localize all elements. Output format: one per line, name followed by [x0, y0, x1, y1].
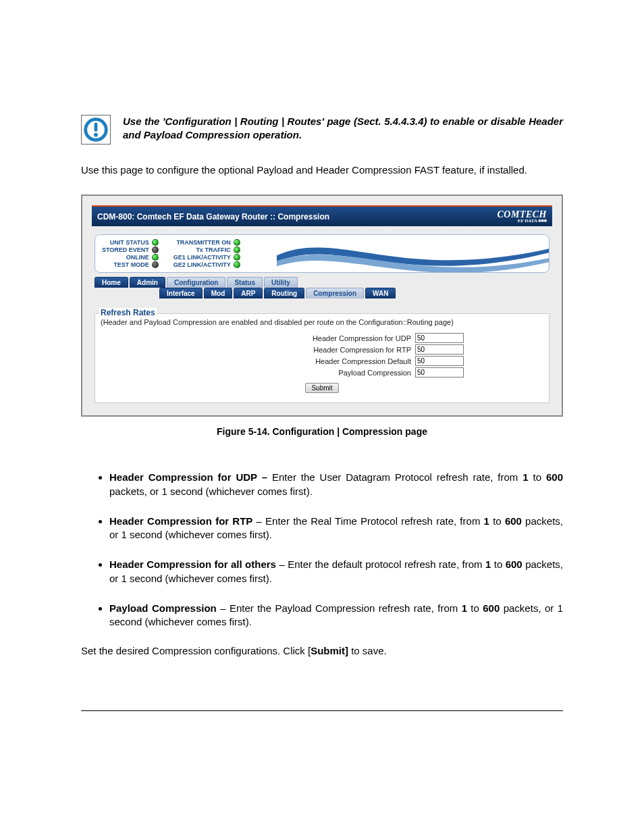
status-indicator: ONLINE — [102, 254, 159, 261]
status-led-icon — [234, 239, 240, 246]
status-indicator: STORED EVENT — [102, 246, 159, 253]
refresh-rate-input[interactable] — [415, 344, 464, 355]
status-indicator: TRANSMITTER ON — [173, 239, 240, 246]
refresh-rate-row: Payload Compression — [180, 367, 464, 377]
list-item: Header Compression for RTP – Enter the R… — [109, 515, 563, 542]
subtab-interface[interactable]: Interface — [159, 288, 203, 298]
refresh-rate-input[interactable] — [415, 333, 464, 343]
refresh-rate-row: Header Compression for UDP — [180, 333, 464, 343]
primary-tabs: HomeAdminConfigurationStatusUtility — [95, 277, 549, 288]
decorative-swoosh — [277, 235, 549, 273]
subtab-routing[interactable]: Routing — [264, 288, 304, 298]
status-indicator: Tx TRAFFIC — [173, 246, 240, 253]
refresh-rates-panel: Refresh Rates (Header and Payload Compre… — [95, 313, 549, 403]
secondary-tabs: InterfaceModARPRoutingCompressionWAN — [159, 288, 549, 298]
refresh-rate-input[interactable] — [415, 356, 464, 366]
alert-icon — [81, 115, 111, 145]
tab-configuration[interactable]: Configuration — [167, 277, 226, 288]
brand-logo: COMTECH EF DATA ■■■ — [497, 209, 547, 224]
window-title-bar: CDM-800: Comtech EF Data Gateway Router … — [92, 205, 552, 226]
status-led-icon — [152, 261, 159, 268]
field-label: Header Compression for RTP — [180, 346, 411, 354]
refresh-rate-input[interactable] — [415, 367, 464, 377]
subtab-compression[interactable]: Compression — [306, 288, 364, 298]
status-indicator: UNIT STATUS — [102, 239, 159, 246]
subtab-wan[interactable]: WAN — [365, 288, 396, 298]
status-led-icon — [234, 246, 240, 253]
refresh-rate-row: Header Compression for RTP — [180, 344, 464, 355]
embedded-screenshot: CDM-800: Comtech EF Data Gateway Router … — [81, 194, 563, 417]
svg-point-2 — [94, 133, 98, 137]
status-banner: UNIT STATUSSTORED EVENTONLINETEST MODE T… — [95, 234, 549, 273]
list-item: Header Compression for all others – Ente… — [109, 558, 563, 585]
status-indicator: TEST MODE — [102, 261, 159, 268]
tab-admin[interactable]: Admin — [130, 277, 165, 288]
status-led-icon — [152, 254, 159, 261]
status-led-icon — [152, 246, 159, 253]
intro-paragraph: Use this page to configure the optional … — [81, 163, 563, 177]
page-footer-rule — [81, 710, 563, 711]
field-label: Payload Compression — [180, 369, 411, 377]
status-led-icon — [234, 254, 240, 261]
figure-caption: Figure 5-14. Configuration | Compression… — [81, 426, 563, 437]
status-indicator: GE1 LINK/ACTIVITY — [173, 254, 240, 261]
status-led-icon — [234, 261, 240, 268]
status-indicator: GE2 LINK/ACTIVITY — [173, 261, 240, 268]
svg-rect-1 — [95, 123, 98, 132]
note-callout: Use the 'Configuration | Routing | Route… — [123, 115, 563, 142]
subtab-mod[interactable]: Mod — [204, 288, 233, 298]
tab-home[interactable]: Home — [95, 277, 128, 288]
submit-button[interactable]: Submit — [305, 383, 338, 393]
list-item: Header Compression for UDP – Enter the U… — [109, 471, 563, 498]
tab-status[interactable]: Status — [227, 277, 263, 288]
closing-paragraph: Set the desired Compression configuratio… — [81, 645, 563, 656]
tab-utility[interactable]: Utility — [264, 277, 298, 288]
field-label: Header Compression Default — [180, 357, 411, 365]
status-led-icon — [152, 239, 159, 246]
panel-hint: (Header and Payload Compression are enab… — [101, 318, 543, 326]
panel-legend: Refresh Rates — [99, 308, 157, 317]
list-item: Payload Compression – Enter the Payload … — [109, 602, 563, 629]
refresh-rate-row: Header Compression Default — [180, 356, 464, 366]
subtab-arp[interactable]: ARP — [234, 288, 263, 298]
window-title: CDM-800: Comtech EF Data Gateway Router … — [97, 212, 329, 221]
field-label: Header Compression for UDP — [180, 334, 411, 342]
description-list: Header Compression for UDP – Enter the U… — [81, 471, 563, 629]
